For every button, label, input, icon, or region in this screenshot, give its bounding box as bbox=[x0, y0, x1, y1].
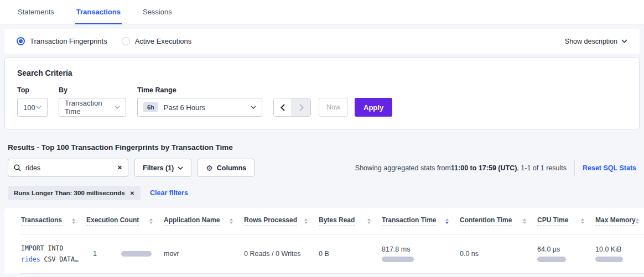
tab-transactions[interactable]: Transactions bbox=[75, 0, 122, 24]
column-header-label[interactable]: Contention Time bbox=[460, 216, 512, 226]
apply-button[interactable]: Apply bbox=[355, 98, 392, 117]
time-range-badge: 6h bbox=[143, 102, 158, 112]
column-header-execution-count[interactable]: Execution Count bbox=[86, 216, 164, 226]
now-button[interactable]: Now bbox=[319, 98, 348, 117]
column-header-transactions[interactable]: Transactions bbox=[21, 216, 86, 226]
show-description-toggle[interactable]: Show description bbox=[565, 38, 627, 45]
row-divider bbox=[20, 273, 644, 274]
column-header-application-name[interactable]: Application Name bbox=[164, 216, 244, 226]
by-select-value: Transaction Time bbox=[65, 99, 115, 116]
bytes-read-value: 0 B bbox=[319, 250, 376, 258]
vertical-divider bbox=[574, 160, 575, 176]
sort-icon[interactable] bbox=[636, 218, 639, 224]
radio-label: Transaction Fingerprints bbox=[30, 37, 107, 45]
sort-icon[interactable] bbox=[581, 218, 584, 224]
column-header-label[interactable]: Transactions bbox=[21, 216, 62, 226]
time-range-label: Time Range bbox=[137, 86, 262, 94]
filters-button-label: Filters (1) bbox=[143, 164, 174, 172]
tab-statements[interactable]: Statements bbox=[17, 0, 55, 24]
view-toggle-strip: Transaction Fingerprints Active Executio… bbox=[4, 29, 640, 54]
gear-icon: ⚙ bbox=[206, 164, 213, 172]
column-header-label[interactable]: Execution Count bbox=[86, 216, 139, 226]
application-name-value: movr bbox=[164, 250, 238, 258]
chevron-down-icon bbox=[251, 106, 256, 109]
max-memory-bar bbox=[595, 257, 623, 262]
contention-time-value: 0.0 ns bbox=[460, 250, 532, 258]
by-label: By bbox=[59, 86, 126, 94]
remove-filter-icon[interactable]: ✕ bbox=[130, 190, 134, 196]
clear-search-icon[interactable]: ✕ bbox=[117, 164, 122, 171]
column-header-label[interactable]: Application Name bbox=[164, 216, 220, 226]
column-header-contention-time[interactable]: Contention Time bbox=[460, 216, 537, 226]
execution-count-value: 1 bbox=[93, 250, 97, 258]
show-description-label: Show description bbox=[565, 38, 617, 45]
sort-icon[interactable] bbox=[304, 218, 308, 224]
cell-contention-time: 0.0 ns bbox=[460, 234, 537, 273]
tab-sessions[interactable]: Sessions bbox=[142, 0, 173, 24]
cpu-time-value: 64.0 µs bbox=[537, 245, 590, 253]
radio-selected-icon bbox=[17, 37, 25, 45]
filter-chip[interactable]: Runs Longer Than: 300 milliseconds ✕ bbox=[8, 186, 141, 200]
chevron-right-icon bbox=[299, 104, 304, 111]
sort-icon[interactable] bbox=[367, 218, 371, 224]
chevron-down-icon bbox=[621, 39, 627, 43]
cell-max-memory: 10.0 KiB bbox=[595, 234, 644, 273]
radio-label: Active Executions bbox=[135, 37, 192, 45]
search-criteria-card: Search Criteria Top 100 By Transaction T… bbox=[4, 58, 640, 129]
top-select[interactable]: 100 bbox=[17, 98, 48, 117]
transaction-statement-line2: rides CSV DATA… bbox=[21, 254, 81, 265]
filters-button[interactable]: Filters (1) bbox=[134, 159, 191, 177]
cell-application-name: movr bbox=[164, 234, 244, 273]
search-input[interactable] bbox=[25, 164, 117, 172]
max-memory-value: 10.0 KiB bbox=[595, 245, 641, 253]
execution-count-bar bbox=[121, 251, 152, 257]
cell-transaction-fingerprint[interactable]: IMPORT INTO rides CSV DATA… bbox=[21, 234, 86, 273]
rows-processed-value: 0 Reads / 0 Writes bbox=[244, 250, 313, 258]
radio-active-executions[interactable]: Active Executions bbox=[122, 37, 192, 45]
sort-icon[interactable] bbox=[230, 218, 233, 224]
transaction-statement-line1: IMPORT INTO bbox=[21, 243, 81, 254]
time-next-button[interactable] bbox=[292, 98, 310, 116]
sort-icon[interactable] bbox=[72, 218, 75, 224]
column-header-label[interactable]: Transaction Time bbox=[382, 216, 436, 226]
sort-icon-active-desc[interactable] bbox=[445, 218, 449, 224]
column-header-bytes-read[interactable]: Bytes Read bbox=[319, 216, 382, 226]
cell-bytes-read: 0 B bbox=[319, 234, 382, 273]
time-prev-button[interactable] bbox=[274, 98, 292, 116]
clear-filters-link[interactable]: Clear filters bbox=[150, 189, 188, 197]
reset-sql-stats-link[interactable]: Reset SQL Stats bbox=[583, 164, 636, 172]
column-header-max-memory[interactable]: Max Memory bbox=[595, 216, 644, 226]
top-select-value: 100 bbox=[23, 103, 35, 112]
column-header-cpu-time[interactable]: CPU Time bbox=[537, 216, 595, 226]
by-select[interactable]: Transaction Time bbox=[59, 98, 126, 117]
table-row: IMPORT INTO rides CSV DATA… 1 movr 0 Rea… bbox=[4, 234, 644, 273]
results-heading: Results - Top 100 Transaction Fingerprin… bbox=[8, 143, 644, 151]
sort-icon[interactable] bbox=[149, 218, 153, 224]
stats-time-range: 11:00 to 17:59 (UTC) bbox=[451, 164, 517, 172]
search-icon bbox=[14, 164, 21, 171]
transaction-link[interactable]: rides bbox=[21, 255, 40, 263]
transaction-time-value: 817.8 ms bbox=[382, 245, 454, 253]
stats-prefix: Showing aggregated stats from bbox=[355, 164, 451, 172]
radio-transaction-fingerprints[interactable]: Transaction Fingerprints bbox=[17, 37, 107, 45]
cell-cpu-time: 64.0 µs bbox=[537, 234, 595, 273]
column-header-label[interactable]: Max Memory bbox=[595, 216, 636, 226]
cell-transaction-time: 817.8 ms bbox=[382, 234, 460, 273]
column-header-transaction-time[interactable]: Transaction Time bbox=[382, 216, 460, 226]
sort-icon[interactable] bbox=[523, 218, 526, 224]
column-header-label[interactable]: Bytes Read bbox=[319, 216, 355, 226]
column-header-label[interactable]: CPU Time bbox=[537, 216, 568, 226]
chevron-down-icon bbox=[115, 106, 120, 109]
cell-execution-count: 1 bbox=[86, 234, 164, 273]
cell-rows-processed: 0 Reads / 0 Writes bbox=[244, 234, 319, 273]
search-input-wrapper: ✕ bbox=[8, 159, 128, 177]
filter-chip-label: Runs Longer Than: 300 milliseconds bbox=[14, 190, 125, 196]
column-header-rows-processed[interactable]: Rows Processed bbox=[244, 216, 319, 226]
table-header-row: Transactions Execution Count Application… bbox=[4, 208, 644, 234]
column-header-label[interactable]: Rows Processed bbox=[244, 216, 297, 226]
transaction-time-bar bbox=[382, 257, 414, 262]
results-controls: ✕ Filters (1) ⚙ Columns Showing aggregat… bbox=[8, 159, 636, 177]
columns-button[interactable]: ⚙ Columns bbox=[198, 159, 255, 177]
time-range-select[interactable]: 6h Past 6 Hours bbox=[137, 98, 262, 117]
search-criteria-title: Search Criteria bbox=[17, 69, 627, 77]
